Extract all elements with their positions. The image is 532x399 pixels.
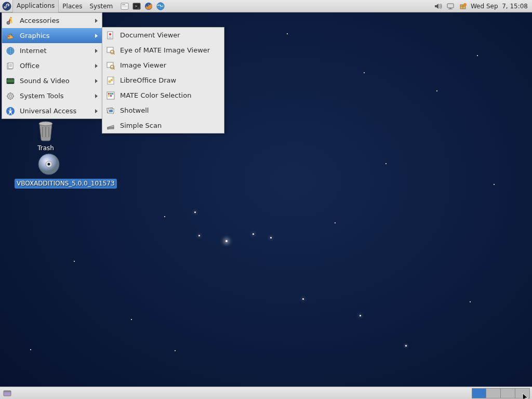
- svg-rect-49: [111, 79, 113, 81]
- graphics-icon: [5, 31, 16, 41]
- eye-of-mate-icon: [105, 45, 116, 56]
- workspace-2[interactable]: [486, 388, 501, 398]
- volume-icon[interactable]: [433, 2, 443, 11]
- submenu-image-viewer[interactable]: Image Viewer: [102, 58, 224, 73]
- svg-point-35: [11, 78, 11, 79]
- submenu-shotwell[interactable]: Shotwell: [102, 103, 224, 118]
- svg-point-38: [9, 95, 11, 97]
- terminal-launcher[interactable]: >_: [131, 1, 142, 11]
- svg-point-25: [10, 36, 12, 38]
- menu-item-label: Simple Scan: [120, 122, 221, 129]
- svg-point-18: [463, 3, 467, 6]
- menu-item-label: Universal Access: [20, 107, 95, 115]
- accessories-icon: [5, 16, 16, 26]
- svg-point-21: [7, 21, 10, 24]
- submenu-arrow-icon: [95, 34, 98, 38]
- menu-item-label: Document Viewer: [120, 31, 221, 39]
- top-panel: Applications Places System >_ Wed Sep 7,…: [0, 0, 532, 12]
- network-icon[interactable]: [446, 2, 455, 11]
- menu-item-label: MATE Color Selection: [120, 91, 221, 99]
- submenu-arrow-icon: [95, 19, 98, 23]
- workspace-3[interactable]: [501, 388, 515, 398]
- submenu-arrow-icon: [95, 49, 98, 53]
- workspace-switcher: [472, 388, 530, 398]
- menu-item-label: Accessories: [20, 17, 95, 24]
- menu-item-label: Sound & Video: [20, 77, 95, 85]
- svg-point-0: [39, 122, 52, 126]
- svg-rect-16: [448, 9, 453, 9]
- menu-item-label: System Tools: [20, 92, 95, 100]
- workspace-1[interactable]: [472, 388, 486, 398]
- menu-internet[interactable]: Internet: [2, 43, 102, 58]
- svg-rect-58: [109, 110, 113, 112]
- disc-icon: [36, 152, 61, 177]
- menubar-places[interactable]: Places: [59, 0, 86, 12]
- libreoffice-draw-icon: [105, 75, 116, 86]
- menu-office[interactable]: Office: [2, 58, 102, 73]
- submenu-mate-color[interactable]: MATE Color Selection: [102, 88, 224, 103]
- document-viewer-icon: [105, 30, 116, 41]
- svg-rect-14: [447, 4, 454, 8]
- systemtools-icon: [5, 91, 16, 101]
- menu-universal-access[interactable]: Universal Access: [2, 103, 102, 118]
- menu-item-label: LibreOffice Draw: [120, 76, 221, 84]
- svg-rect-55: [110, 95, 112, 97]
- system-tray: Wed Sep 7, 15:08: [433, 2, 528, 11]
- desktop-icon-label: VBOXADDITIONS_5.0.0_101573: [15, 179, 117, 189]
- menu-system-tools[interactable]: System Tools: [2, 88, 102, 103]
- submenu-eye-of-mate[interactable]: Eye of MATE Image Viewer: [102, 43, 224, 58]
- applications-menu: Accessories Graphics Internet Office Sou…: [2, 12, 102, 119]
- menubar: Applications Places System: [12, 0, 116, 12]
- svg-point-40: [9, 108, 11, 110]
- svg-rect-15: [449, 8, 451, 9]
- svg-rect-51: [108, 93, 110, 95]
- menu-accessories[interactable]: Accessories: [2, 13, 102, 28]
- accessibility-icon: [5, 106, 16, 116]
- menu-item-label: Shotwell: [120, 107, 221, 114]
- browser-launcher[interactable]: [155, 1, 166, 11]
- submenu-libreoffice-draw[interactable]: LibreOffice Draw: [102, 73, 224, 88]
- svg-rect-52: [110, 93, 112, 95]
- svg-point-33: [8, 78, 8, 79]
- mouse-cursor-icon: [522, 393, 529, 399]
- menu-item-label: Office: [20, 62, 95, 70]
- svg-point-36: [12, 78, 13, 79]
- menu-item-label: Internet: [20, 47, 95, 55]
- menubar-applications[interactable]: Applications: [12, 0, 59, 12]
- submenu-simple-scan[interactable]: Simple Scan: [102, 118, 224, 133]
- filemanager-launcher[interactable]: [119, 1, 130, 11]
- color-selection-icon: [105, 90, 116, 101]
- updates-icon[interactable]: [458, 2, 468, 11]
- svg-rect-8: [122, 7, 127, 7]
- desktop-icon-trash[interactable]: Trash: [15, 117, 77, 152]
- menu-graphics[interactable]: Graphics: [2, 28, 102, 43]
- submenu-arrow-icon: [95, 79, 98, 83]
- submenu-document-viewer[interactable]: Document Viewer: [102, 28, 224, 43]
- show-desktop-button[interactable]: [1, 388, 14, 399]
- svg-rect-32: [7, 83, 14, 84]
- desktop-icon-disc[interactable]: VBOXADDITIONS_5.0.0_101573: [15, 152, 83, 189]
- desktop-icon-label: Trash: [15, 144, 77, 152]
- distro-logo-icon[interactable]: [1, 1, 12, 12]
- trash-icon: [33, 117, 58, 142]
- clock[interactable]: Wed Sep 7, 15:08: [471, 3, 528, 10]
- svg-point-23: [9, 34, 11, 35]
- submenu-arrow-icon: [95, 109, 98, 113]
- svg-rect-53: [112, 93, 113, 95]
- svg-point-48: [109, 80, 111, 83]
- menubar-system[interactable]: System: [86, 0, 116, 12]
- office-icon: [5, 61, 16, 71]
- svg-rect-6: [122, 4, 125, 5]
- menu-item-label: Image Viewer: [120, 61, 221, 69]
- svg-rect-7: [122, 6, 127, 6]
- menu-sound-video[interactable]: Sound & Video: [2, 73, 102, 88]
- svg-point-34: [9, 78, 10, 79]
- multimedia-icon: [5, 76, 16, 86]
- svg-point-3: [48, 163, 50, 166]
- menu-item-label: Eye of MATE Image Viewer: [120, 46, 221, 54]
- bottom-panel: [0, 387, 532, 399]
- graphics-submenu: Document Viewer Eye of MATE Image Viewer…: [102, 27, 224, 134]
- firefox-launcher[interactable]: [143, 1, 154, 11]
- submenu-arrow-icon: [95, 64, 98, 68]
- svg-point-22: [8, 35, 10, 37]
